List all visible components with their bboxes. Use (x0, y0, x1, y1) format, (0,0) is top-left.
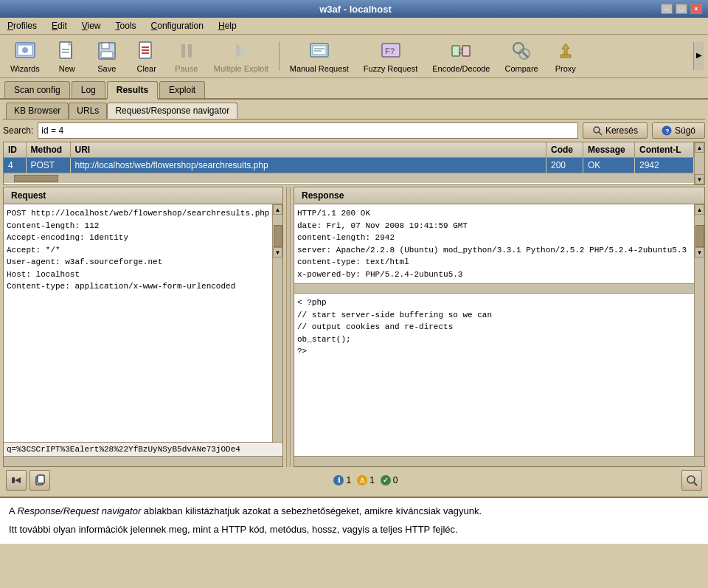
svg-rect-24 (452, 46, 459, 56)
svg-rect-25 (462, 46, 470, 56)
resp-body-3: // output cookies and re-directs (297, 321, 691, 333)
request-text: POST http://localhost/web/flowershop/sea… (4, 204, 272, 296)
window-title: w3af - localhost (50, 4, 661, 15)
svg-rect-35 (12, 477, 15, 483)
ok-circle: ✓ (381, 475, 391, 485)
resp-body-5: ?> (297, 345, 691, 358)
svg-rect-19 (313, 46, 326, 55)
wizards-button[interactable]: Wizards (4, 38, 46, 75)
resp-scroll-up[interactable]: ▲ (695, 204, 704, 215)
toolbar: Wizards New Save Clear Pause Multiple Ex… (0, 35, 708, 78)
cell-code: 200 (546, 158, 583, 173)
search-input[interactable] (38, 122, 578, 139)
back-button[interactable] (6, 470, 27, 491)
resp-body-1: < ?php (297, 297, 691, 309)
col-header-message: Message (583, 142, 635, 158)
zoom-button[interactable] (681, 470, 702, 491)
req-scroll-down[interactable]: ▼ (273, 247, 282, 257)
table-vscrollbar[interactable]: ▲ ▼ (694, 142, 704, 184)
status-bar: ℹ 1 ⚠ 1 ✓ 0 (333, 475, 398, 485)
req-scroll-thumb[interactable] (274, 225, 282, 247)
menu-help[interactable]: Help (214, 19, 241, 32)
tab-request-response[interactable]: Request/Response navigator (107, 103, 237, 119)
resp-scroll-down[interactable]: ▼ (695, 247, 704, 257)
multiple-exploit-button[interactable]: Multiple Exploit (208, 38, 274, 75)
response-mid-hscroll[interactable] (294, 283, 694, 294)
help-button[interactable]: ? Súgó (652, 122, 705, 139)
search-icon (592, 125, 603, 136)
tab-log[interactable]: Log (72, 81, 105, 98)
save-button[interactable]: Save (88, 38, 125, 75)
clear-button[interactable]: Clear (128, 38, 165, 75)
tab-exploit[interactable]: Exploit (159, 81, 205, 98)
request-postdata: q=%3CSCrIPT%3Ealert%28%22YfBzUyNSyB5dvAN… (4, 442, 282, 456)
req-scroll-up[interactable]: ▲ (273, 204, 282, 215)
proxy-button[interactable]: Proxy (547, 38, 584, 75)
scroll-up-arrow[interactable]: ▲ (695, 142, 704, 153)
save-icon (95, 39, 119, 63)
proxy-icon (554, 39, 577, 63)
new-label: New (59, 64, 75, 73)
copy-button[interactable] (30, 470, 50, 491)
col-header-contentlength: Content-L (635, 142, 694, 158)
request-vscrollbar[interactable]: ▲ ▼ (272, 204, 282, 442)
resp-line-4: server: Apache/2.2.8 (Ubuntu) mod_python… (297, 244, 691, 257)
encode-decode-button[interactable]: Encode/Decode (426, 38, 496, 75)
tab-scan-config[interactable]: Scan config (4, 81, 70, 98)
menu-view[interactable]: View (77, 19, 105, 32)
menu-configuration[interactable]: Configuration (147, 19, 208, 32)
col-header-uri: URI (70, 142, 546, 158)
clear-label: Clear (137, 64, 156, 73)
svg-point-30 (594, 127, 600, 133)
response-vscrollbar[interactable]: ▲ ▼ (694, 204, 704, 456)
table-hscroll-thumb[interactable] (14, 175, 58, 182)
maximize-button[interactable]: □ (676, 4, 687, 14)
status-info: ℹ 1 (333, 475, 351, 485)
desc-italic: Response/Request navigator (18, 505, 142, 516)
response-pane-tab: Response (294, 187, 704, 204)
resp-scroll-thumb[interactable] (695, 225, 704, 247)
minimize-button[interactable]: ─ (661, 4, 673, 14)
menu-edit[interactable]: Edit (47, 19, 72, 32)
new-button[interactable]: New (49, 38, 86, 75)
inner-tab-bar: KB Browser URLs Request/Response navigat… (3, 103, 705, 120)
close-button[interactable]: × (690, 4, 702, 14)
tab-urls[interactable]: URLs (69, 103, 107, 119)
split-container: Request POST http://localhost/web/flower… (3, 187, 705, 467)
fuzzy-request-icon: F? (379, 39, 403, 63)
request-content: POST http://localhost/web/flowershop/sea… (4, 204, 272, 442)
toolbar-expand-button[interactable]: ▶ (693, 42, 704, 70)
encode-decode-label: Encode/Decode (432, 64, 490, 73)
scan-tabs: Scan config Log Results Exploit (0, 78, 708, 100)
info-circle: ℹ (333, 475, 344, 485)
bottom-toolbar: ℹ 1 ⚠ 1 ✓ 0 (3, 467, 705, 494)
vertical-divider[interactable] (286, 187, 291, 467)
description-area: A Response/Request navigator ablakban ki… (0, 497, 708, 544)
results-table-container: ID Method URI Code Message Content-L 4 P… (3, 142, 705, 185)
desc-text-before: A (9, 505, 18, 516)
request-pane-scroll-area: POST http://localhost/web/flowershop/sea… (4, 204, 282, 442)
search-button[interactable]: Keresés (583, 122, 648, 139)
scroll-down-arrow[interactable]: ▼ (695, 174, 704, 184)
compare-button[interactable]: Compare (499, 38, 544, 75)
response-hscrollbar[interactable] (294, 456, 704, 466)
resp-line-5: content-type: text/html (297, 256, 691, 269)
tab-kb-browser[interactable]: KB Browser (6, 103, 69, 119)
menu-profiles[interactable]: Profiles (3, 19, 41, 32)
tab-results[interactable]: Results (107, 81, 158, 100)
svg-point-39 (690, 478, 693, 481)
cell-uri: http://localhost/web/flowershop/searchre… (70, 158, 546, 173)
encode-decode-icon (449, 39, 473, 63)
menu-tools[interactable]: Tools (111, 19, 141, 32)
table-hscrollbar[interactable] (4, 173, 694, 183)
pause-label: Pause (175, 64, 198, 73)
svg-line-31 (599, 132, 602, 135)
pause-button[interactable]: Pause (168, 38, 205, 75)
table-row[interactable]: 4 POST http://localhost/web/flowershop/s… (4, 158, 694, 173)
request-hscrollbar[interactable] (4, 456, 282, 466)
col-header-method: Method (26, 142, 70, 158)
title-bar: w3af - localhost ─ □ × (0, 0, 708, 18)
fuzzy-request-button[interactable]: F? Fuzzy Request (358, 38, 423, 75)
manual-request-button[interactable]: Manual Request (284, 38, 355, 75)
req-line-2: Content-length: 112 (7, 220, 269, 232)
